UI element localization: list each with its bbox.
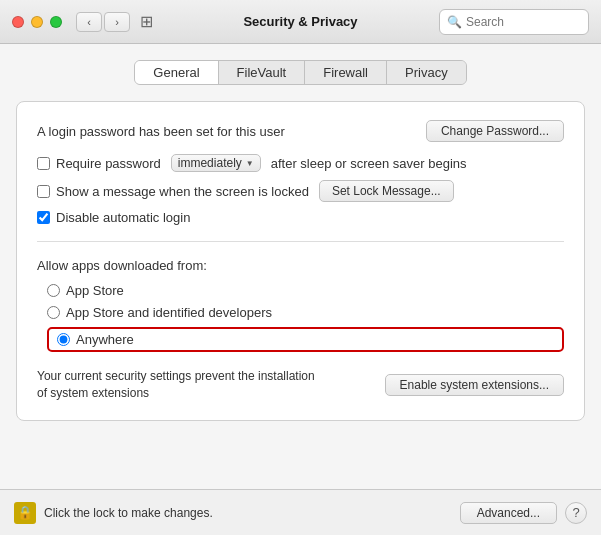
help-button[interactable]: ? bbox=[565, 502, 587, 524]
disable-autologin-checkbox[interactable] bbox=[37, 211, 50, 224]
advanced-button[interactable]: Advanced... bbox=[460, 502, 557, 524]
password-row: A login password has been set for this u… bbox=[37, 120, 564, 142]
disable-autologin-row: Disable automatic login bbox=[37, 210, 564, 225]
change-password-button[interactable]: Change Password... bbox=[426, 120, 564, 142]
search-icon: 🔍 bbox=[447, 15, 462, 29]
grid-icon[interactable]: ⊞ bbox=[140, 12, 153, 31]
disable-autologin-label: Disable automatic login bbox=[56, 210, 190, 225]
tab-filevault[interactable]: FileVault bbox=[219, 61, 306, 84]
enable-ext-button[interactable]: Enable system extensions... bbox=[385, 374, 564, 396]
radio-app-store-input[interactable] bbox=[47, 284, 60, 297]
radio-group: App Store App Store and identified devel… bbox=[47, 283, 564, 352]
radio-app-store-identified: App Store and identified developers bbox=[47, 305, 564, 320]
allow-apps-label: Allow apps downloaded from: bbox=[37, 258, 564, 273]
divider bbox=[37, 241, 564, 242]
bottom-right: Advanced... ? bbox=[460, 502, 587, 524]
lock-icon[interactable]: 🔒 bbox=[14, 502, 36, 524]
require-password-checkbox[interactable] bbox=[37, 157, 50, 170]
main-content: General FileVault Firewall Privacy A log… bbox=[0, 44, 601, 489]
lock-area: 🔒 Click the lock to make changes. bbox=[14, 502, 213, 524]
bottom-bar: 🔒 Click the lock to make changes. Advanc… bbox=[0, 489, 601, 535]
tab-general[interactable]: General bbox=[135, 61, 218, 84]
radio-app-store-label: App Store bbox=[66, 283, 124, 298]
settings-panel: A login password has been set for this u… bbox=[16, 101, 585, 421]
titlebar: ‹ › ⊞ Security & Privacy 🔍 bbox=[0, 0, 601, 44]
password-label: A login password has been set for this u… bbox=[37, 124, 285, 139]
tabs: General FileVault Firewall Privacy bbox=[16, 60, 585, 85]
show-message-checkbox[interactable] bbox=[37, 185, 50, 198]
radio-anywhere-label: Anywhere bbox=[76, 332, 134, 347]
close-button[interactable] bbox=[12, 16, 24, 28]
radio-identified-input[interactable] bbox=[47, 306, 60, 319]
radio-app-store: App Store bbox=[47, 283, 564, 298]
nav-arrows: ‹ › bbox=[76, 12, 130, 32]
show-message-label: Show a message when the screen is locked bbox=[56, 184, 309, 199]
radio-anywhere-input[interactable] bbox=[57, 333, 70, 346]
maximize-button[interactable] bbox=[50, 16, 62, 28]
tab-group: General FileVault Firewall Privacy bbox=[134, 60, 466, 85]
radio-identified-label: App Store and identified developers bbox=[66, 305, 272, 320]
tab-firewall[interactable]: Firewall bbox=[305, 61, 387, 84]
lock-text: Click the lock to make changes. bbox=[44, 506, 213, 520]
system-ext-row: Your current security settings prevent t… bbox=[37, 368, 564, 402]
forward-button[interactable]: › bbox=[104, 12, 130, 32]
system-ext-text: Your current security settings prevent t… bbox=[37, 368, 317, 402]
traffic-lights bbox=[12, 16, 62, 28]
show-message-row: Show a message when the screen is locked… bbox=[37, 180, 564, 202]
window-title: Security & Privacy bbox=[243, 14, 357, 29]
search-bar: 🔍 bbox=[439, 9, 589, 35]
require-password-label: Require password bbox=[56, 156, 161, 171]
minimize-button[interactable] bbox=[31, 16, 43, 28]
back-button[interactable]: ‹ bbox=[76, 12, 102, 32]
require-password-row: Require password immediately after sleep… bbox=[37, 154, 564, 172]
radio-anywhere-row: Anywhere bbox=[47, 327, 564, 352]
tab-privacy[interactable]: Privacy bbox=[387, 61, 466, 84]
require-password-dropdown[interactable]: immediately bbox=[171, 154, 261, 172]
set-lock-message-button[interactable]: Set Lock Message... bbox=[319, 180, 454, 202]
require-password-suffix: after sleep or screen saver begins bbox=[271, 156, 467, 171]
